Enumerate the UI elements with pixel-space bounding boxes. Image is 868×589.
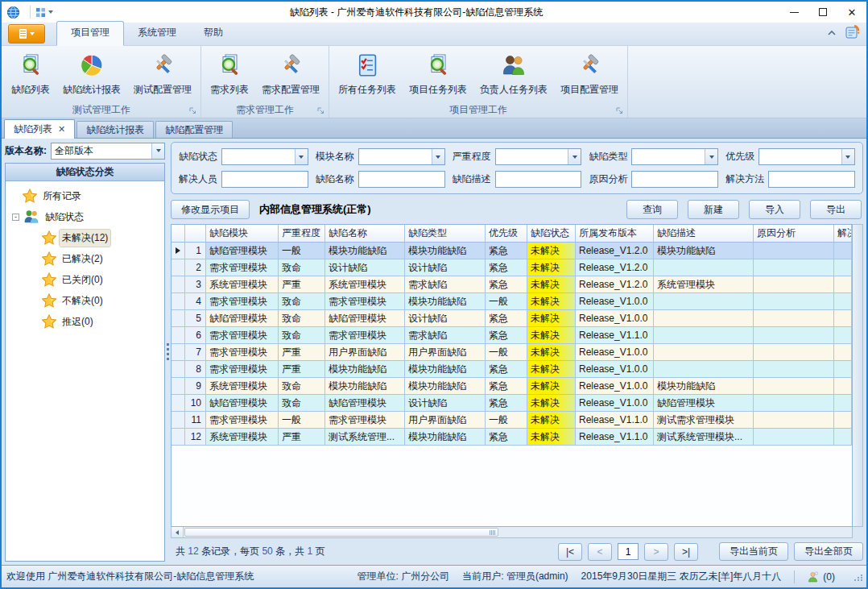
cell-严重程度[interactable]: 严重 <box>279 276 325 293</box>
cell-所属发布版本[interactable]: Release_V1.0.0 <box>576 395 654 412</box>
ribbon-button-项目配置管理[interactable]: 项目配置管理 <box>554 49 625 99</box>
cell-解决方法[interactable] <box>834 243 852 259</box>
next-page-button[interactable]: > <box>644 543 668 561</box>
cell-原因分析[interactable] <box>754 395 834 412</box>
filter-select-模块名称[interactable] <box>358 148 445 165</box>
cell-所属发布版本[interactable]: Release_V1.2.0 <box>576 243 654 259</box>
table-row[interactable]: 8需求管理模块严重模块功能缺陷模块功能缺陷紧急未解决Release_V1.0.0 <box>172 361 852 378</box>
cell-严重程度[interactable]: 严重 <box>279 344 325 361</box>
cell-解决方法[interactable] <box>834 310 852 327</box>
table-row[interactable]: 11需求管理模块一般需求管理模块用户界面缺陷一般未解决Release_V1.1.… <box>172 412 852 429</box>
cell-缺陷模块[interactable]: 需求管理模块 <box>206 327 279 344</box>
about-icon[interactable] <box>845 24 860 42</box>
row-selector-cell[interactable] <box>172 344 185 361</box>
column-header-解决方法[interactable]: 解决方法 <box>834 225 852 243</box>
cell-解决方法[interactable] <box>834 293 852 310</box>
status-badge[interactable]: 未解决 <box>527 429 576 446</box>
cell-缺陷名称[interactable]: 需求管理模块 <box>325 293 405 310</box>
row-number-cell[interactable]: 9 <box>185 378 206 395</box>
cell-优先级[interactable]: 一般 <box>486 412 527 429</box>
cell-原因分析[interactable] <box>754 310 834 327</box>
collapse-ribbon-button[interactable] <box>827 27 837 39</box>
cell-优先级[interactable]: 紧急 <box>486 259 527 276</box>
cell-缺陷模块[interactable]: 需求管理模块 <box>206 412 279 429</box>
cell-缺陷描述[interactable]: 测试系统管理模块... <box>654 429 754 446</box>
cell-缺陷类型[interactable]: 模块功能缺陷 <box>405 429 486 446</box>
cell-缺陷名称[interactable]: 模块功能缺陷 <box>325 361 405 378</box>
cell-所属发布版本[interactable]: Release_V1.0.0 <box>576 293 654 310</box>
cell-缺陷类型[interactable]: 模块功能缺陷 <box>405 293 486 310</box>
cell-解决方法[interactable] <box>834 259 852 276</box>
scroll-left-button[interactable] <box>172 527 184 537</box>
cell-严重程度[interactable]: 严重 <box>279 361 325 378</box>
quick-access-toolbar[interactable] <box>35 7 53 18</box>
cell-严重程度[interactable]: 一般 <box>279 412 325 429</box>
status-badge[interactable]: 未解决 <box>527 276 576 293</box>
ribbon-button-需求列表[interactable]: 需求列表 <box>204 49 255 99</box>
cell-解决方法[interactable] <box>834 395 852 412</box>
cell-原因分析[interactable] <box>754 344 834 361</box>
cell-原因分析[interactable] <box>754 412 834 429</box>
ribbon-tab-项目管理[interactable]: 项目管理 <box>56 21 124 46</box>
cell-缺陷名称[interactable]: 测试系统管理... <box>325 429 405 446</box>
column-header-缺陷类型[interactable]: 缺陷类型 <box>405 225 486 243</box>
status-badge[interactable]: 未解决 <box>527 412 576 429</box>
cell-严重程度[interactable]: 严重 <box>279 429 325 446</box>
row-selector-cell[interactable] <box>172 429 185 446</box>
cell-缺陷描述[interactable] <box>654 327 754 344</box>
cell-缺陷名称[interactable]: 缺陷管理模块 <box>325 395 405 412</box>
doc-tab-缺陷统计报表[interactable]: 缺陷统计报表 <box>76 121 154 138</box>
cell-缺陷名称[interactable]: 用户界面缺陷 <box>325 344 405 361</box>
status-badge[interactable]: 未解决 <box>527 327 576 344</box>
dialog-launcher-icon[interactable] <box>616 107 623 114</box>
cell-解决方法[interactable] <box>834 378 852 395</box>
export-current-page-button[interactable]: 导出当前页 <box>719 542 788 561</box>
import-button[interactable]: 导入 <box>749 200 800 219</box>
status-badge[interactable]: 未解决 <box>527 344 576 361</box>
column-header-严重程度[interactable]: 严重程度 <box>279 225 325 243</box>
cell-严重程度[interactable]: 致命 <box>279 378 325 395</box>
last-page-button[interactable]: >| <box>674 543 698 561</box>
scrollbar-track[interactable] <box>184 527 852 537</box>
filter-select-严重程度[interactable] <box>495 148 582 165</box>
row-selector-cell[interactable] <box>172 327 185 344</box>
cell-缺陷类型[interactable]: 模块功能缺陷 <box>405 378 486 395</box>
cell-缺陷模块[interactable]: 系统管理模块 <box>206 378 279 395</box>
doc-tab-缺陷列表[interactable]: 缺陷列表✕ <box>4 119 75 139</box>
cell-缺陷描述[interactable] <box>654 293 754 310</box>
cell-优先级[interactable]: 紧急 <box>486 361 527 378</box>
maximize-button[interactable] <box>808 2 837 23</box>
column-header-缺陷状态[interactable]: 缺陷状态 <box>527 225 576 243</box>
tree-item-未解决(12)[interactable]: 未解决(12) <box>9 227 163 248</box>
row-number-cell[interactable]: 10 <box>185 395 206 412</box>
prev-page-button[interactable]: < <box>588 543 612 561</box>
table-row[interactable]: 12系统管理模块严重测试系统管理...模块功能缺陷紧急未解决Release_V1… <box>172 429 852 446</box>
status-badge[interactable]: 未解决 <box>527 259 576 276</box>
ribbon-button-所有任务列表[interactable]: 所有任务列表 <box>332 49 403 99</box>
row-number-cell[interactable]: 4 <box>185 293 206 310</box>
cell-缺陷名称[interactable]: 模块功能缺陷 <box>325 243 405 259</box>
status-badge[interactable]: 未解决 <box>527 243 576 259</box>
ribbon-button-需求配置管理[interactable]: 需求配置管理 <box>255 49 326 99</box>
cell-缺陷描述[interactable]: 测试需求管理模块 <box>654 412 754 429</box>
cell-缺陷描述[interactable] <box>654 310 754 327</box>
cell-缺陷模块[interactable]: 需求管理模块 <box>206 344 279 361</box>
cell-解决方法[interactable] <box>834 429 852 446</box>
cell-缺陷描述[interactable] <box>654 344 754 361</box>
page-number-input[interactable] <box>618 543 639 560</box>
export-button[interactable]: 导出 <box>810 200 862 219</box>
tree-item-所有记录[interactable]: 所有记录 <box>9 185 163 206</box>
row-number-cell[interactable]: 3 <box>185 276 206 293</box>
dropdown-button[interactable] <box>432 149 444 164</box>
cell-解决方法[interactable] <box>834 344 852 361</box>
vertical-scrollbar[interactable] <box>853 224 863 527</box>
cell-优先级[interactable]: 紧急 <box>486 378 527 395</box>
export-all-pages-button[interactable]: 导出全部页 <box>794 542 863 561</box>
cell-缺陷描述[interactable]: 模块功能缺陷 <box>654 243 754 259</box>
row-selector-cell[interactable] <box>172 361 185 378</box>
ribbon-button-项目任务列表[interactable]: 项目任务列表 <box>403 49 473 99</box>
cell-严重程度[interactable]: 致命 <box>279 327 325 344</box>
cell-缺陷模块[interactable]: 需求管理模块 <box>206 259 279 276</box>
cell-缺陷描述[interactable]: 缺陷管理模块 <box>654 395 754 412</box>
cell-缺陷模块[interactable]: 缺陷管理模块 <box>206 243 279 259</box>
